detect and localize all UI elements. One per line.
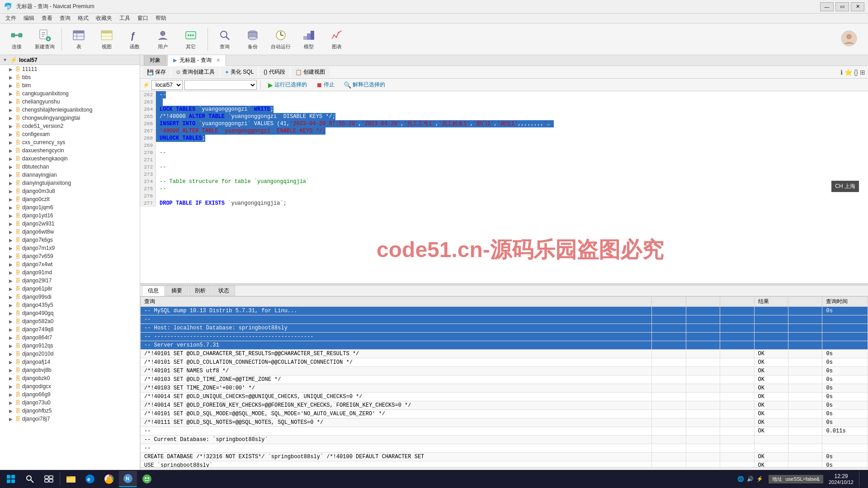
beautify-button[interactable]: ✦ 美化 SQL (221, 67, 258, 77)
menu-edit[interactable]: 编辑 (20, 14, 38, 23)
sidebar-item-dj912qs[interactable]: ▶ 🗄 django912qs (0, 342, 140, 350)
sidebar-item-dbtu[interactable]: ▶ 🗄 dbtutechan (0, 163, 140, 171)
object-tab[interactable]: 对象 (144, 55, 166, 66)
right-info-icon4[interactable]: ⊞ (860, 69, 865, 76)
menu-format[interactable]: 格式 (74, 14, 92, 23)
sidebar-item-dj7v659[interactable]: ▶ 🗄 django7v659 (0, 252, 140, 260)
volume-icon[interactable]: 🔊 (747, 476, 754, 482)
table-row[interactable]: USE `springboot88sly`OK0s (141, 461, 868, 467)
table-row[interactable]: /*!40103 SET @OLD_TIME_ZONE=@@TIME_ZONE … (141, 375, 868, 384)
right-info-icon3[interactable]: {} (854, 69, 858, 76)
sidebar-item-bim[interactable]: ▶ 🗄 bim (0, 81, 140, 89)
sidebar-item-dj29l17[interactable]: ▶ 🗄 django29l17 (0, 277, 140, 285)
sidebar-item-dj0m3u8[interactable]: ▶ 🗄 django0m3u8 (0, 187, 140, 195)
sidebar-item-dj864t7[interactable]: ▶ 🗄 django864t7 (0, 333, 140, 342)
taskview-button[interactable] (40, 471, 58, 487)
menu-view[interactable]: 查看 (38, 14, 56, 23)
sidebar-item-dj99sdi[interactable]: ▶ 🗄 django99sdi (0, 293, 140, 301)
table-row[interactable]: -- (141, 444, 868, 452)
create-view-button[interactable]: 📋 创建视图 (291, 67, 329, 77)
menu-file[interactable]: 文件 (2, 14, 20, 23)
show-desktop-button[interactable] (859, 471, 866, 487)
toolbar-schedule[interactable]: 自动运行 (268, 26, 294, 53)
run-selected-button[interactable]: ▶ 运行已选择的 (264, 80, 311, 89)
sidebar-item-djafj14[interactable]: ▶ 🗄 djangoafj14 (0, 358, 140, 366)
tab-summary[interactable]: 摘要 (165, 286, 188, 296)
toolbar-other[interactable]: 其它 (178, 26, 204, 53)
sidebar-item-dj6wt8w[interactable]: ▶ 🗄 django6wt8w (0, 228, 140, 236)
table-row[interactable]: -- Host: localhost Database: springboot8… (141, 324, 868, 332)
table-row[interactable]: --OK0.011s (141, 427, 868, 435)
sidebar-item-dj66g9[interactable]: ▶ 🗄 django66g9 (0, 390, 140, 399)
menu-help[interactable]: 帮助 (152, 14, 170, 23)
toolbar-table[interactable]: 表 (66, 26, 92, 53)
sidebar-item-dj91md[interactable]: ▶ 🗄 django91md (0, 268, 140, 277)
sidebar-item-dj2w931[interactable]: ▶ 🗄 django2w931 (0, 220, 140, 228)
sidebar-item-daxue1[interactable]: ▶ 🗄 daxueshengcycin (0, 146, 140, 155)
table-row[interactable]: /*!40014 SET @OLD_FOREIGN_KEY_CHECKS=@@F… (141, 401, 868, 409)
table-row[interactable]: -- -------------------------------------… (141, 332, 868, 341)
table-row[interactable]: -- Current Database: `springboot88sly` (141, 435, 868, 444)
table-row[interactable]: -- Server version5.7.31 (141, 341, 868, 349)
toolbar-chart[interactable]: 图表 (324, 26, 350, 53)
navicat-taskbar[interactable]: N (119, 471, 137, 487)
sidebar-item-dj749q8[interactable]: ▶ 🗄 django749q8 (0, 325, 140, 333)
sidebar-item-djbvj8b[interactable]: ▶ 🗄 djangobvj8b (0, 366, 140, 374)
results-area[interactable]: 查询 结果 查询时间 -- MySQL dump 10 (140, 296, 868, 468)
explain-button[interactable]: 🔍 解释已选择的 (340, 80, 389, 89)
network-icon[interactable]: 🌐 (737, 476, 744, 482)
table-row[interactable]: /*!40101 SET @OLD_CHARACTER_SET_RESULTS=… (141, 349, 868, 358)
close-button[interactable]: ✕ (851, 2, 864, 11)
menu-query[interactable]: 查询 (56, 14, 74, 23)
code-hint-button[interactable]: () 代码段 (259, 67, 289, 77)
toolbar-user[interactable]: 用户 (150, 26, 176, 53)
toolbar-model[interactable]: 模型 (296, 26, 322, 53)
table-row[interactable]: /*!40014 SET @OLD_UNIQUE_CHECKS=@@UNIQUE… (141, 392, 868, 401)
database-select[interactable] (184, 80, 257, 90)
toolbar-function[interactable]: ƒ 函数 (122, 26, 148, 53)
sidebar-item-dianying[interactable]: ▶ 🗄 dianyingtuijianxitong (0, 179, 140, 187)
tab-status[interactable]: 状态 (212, 286, 235, 296)
toolbar-query[interactable]: 查询 (212, 26, 238, 53)
edge-button[interactable]: e (81, 471, 99, 487)
toolbar-view[interactable]: 视图 (94, 26, 120, 53)
maximize-button[interactable]: ▭ (835, 2, 849, 11)
stop-button[interactable]: ⏹ 停止 (312, 80, 338, 89)
menu-window[interactable]: 窗口 (134, 14, 152, 23)
table-row[interactable]: /*!40101 SET NAMES utf8 */OK0s (141, 366, 868, 375)
right-info-icon1[interactable]: ℹ (840, 69, 843, 76)
sidebar-item-dj0czlt[interactable]: ▶ 🗄 django0czlt (0, 195, 140, 203)
sidebar-item-chengshi[interactable]: ▶ 🗄 chengshilajifenleiguanlixitong (0, 106, 140, 114)
sidebar-item-dj7m1x9[interactable]: ▶ 🗄 django7m1x9 (0, 244, 140, 252)
query-tab[interactable]: ▶ 无标题 - 查询 ✕ (167, 55, 226, 66)
sidebar-item-cangku[interactable]: ▶ 🗄 cangkuguanlixitong (0, 89, 140, 98)
sidebar-item-bbs[interactable]: ▶ 🗄 bbs (0, 73, 140, 81)
minimize-button[interactable]: — (820, 2, 834, 11)
sidebar-item-chongwu[interactable]: ▶ 🗄 chongwulingyangpingtai (0, 114, 140, 122)
sidebar-item-dj7k6gs[interactable]: ▶ 🗄 django7k6gs (0, 236, 140, 244)
sidebar-item-dj7x4wt[interactable]: ▶ 🗄 django7x4wt (0, 260, 140, 268)
sidebar-item-djhfbz5[interactable]: ▶ 🗄 djangohfbz5 (0, 407, 140, 415)
sidebar-item-code51[interactable]: ▶ 🗄 code51_version2 (0, 122, 140, 130)
table-row[interactable]: /*!40103 SET TIME_ZONE='+00:00' */OK0s (141, 384, 868, 392)
sidebar-item-dji78j7[interactable]: ▶ 🗄 djangoi78j7 (0, 415, 140, 423)
menu-favorites[interactable]: 收藏夹 (92, 14, 116, 23)
table-row[interactable]: -- (141, 315, 868, 324)
table-row[interactable]: /*!40101 SET @OLD_SQL_MODE=@@SQL_MODE, S… (141, 409, 868, 418)
file-explorer-button[interactable] (62, 471, 80, 487)
chrome-button[interactable] (100, 471, 118, 487)
right-info-icon2[interactable]: ⭐ (844, 69, 852, 76)
menu-tools[interactable]: 工具 (116, 14, 134, 23)
sidebar-item-11111[interactable]: ▶ 🗄 11111 (0, 65, 140, 73)
sidebar-item-dj2010d[interactable]: ▶ 🗄 django2010d (0, 350, 140, 358)
tab-close-icon[interactable]: ✕ (216, 57, 220, 63)
sidebar-item-dj73u0[interactable]: ▶ 🗄 django73u0 (0, 399, 140, 407)
sidebar-item-dj490gq[interactable]: ▶ 🗄 django490gq (0, 309, 140, 317)
connection-select[interactable]: local57 (151, 80, 183, 90)
tab-info[interactable]: 信息 (142, 286, 165, 296)
sidebar-item-djbzk0[interactable]: ▶ 🗄 djangobzk0 (0, 374, 140, 382)
sidebar-item-diannao[interactable]: ▶ 🗄 diannayingjian (0, 171, 140, 179)
sidebar-item-dj1yd16[interactable]: ▶ 🗄 django1yd16 (0, 211, 140, 220)
sql-editor[interactable]: 262 -- 263 264 LOCK TABLES `yuangonggong… (140, 91, 868, 284)
toolbar-new-query[interactable]: + 新建查询 (32, 26, 58, 53)
